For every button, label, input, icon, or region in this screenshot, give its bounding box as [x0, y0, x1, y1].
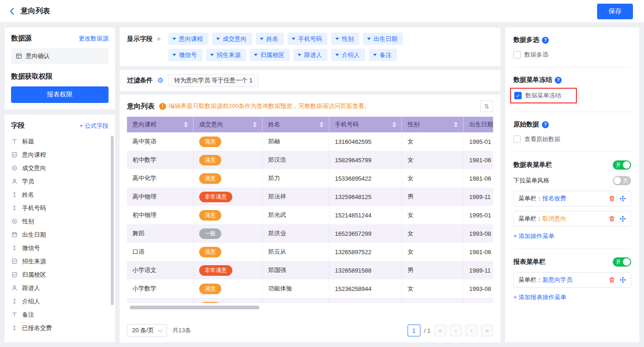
- preview-table-card: 意向列表 ! 编辑界面只取数据源前200条作为查询数据预览，完整数据请访问页面查…: [120, 95, 500, 342]
- last-page-button[interactable]: »: [481, 324, 493, 336]
- help-icon[interactable]: ?: [555, 77, 562, 84]
- add-report-menu-link[interactable]: + 添加报表操作菜单: [513, 293, 566, 301]
- report-menu-toggle[interactable]: 开: [613, 257, 631, 267]
- table-row[interactable]: 高中物理非常满意郑法祥13259648125男1989-11: [127, 188, 493, 206]
- table-cell: 1995-01: [464, 132, 493, 151]
- field-item[interactable]: 姓名: [11, 188, 109, 201]
- table-row[interactable]: 满意: [127, 298, 493, 303]
- page-size-select[interactable]: 20 条/页: [127, 324, 167, 337]
- menu-bar-item-value[interactable]: 新意向学员: [542, 276, 572, 283]
- menu-bar-item-value[interactable]: 取消意向: [542, 215, 566, 222]
- display-field-chip[interactable]: 招生来源: [206, 49, 246, 61]
- current-page-input[interactable]: 1: [408, 324, 420, 336]
- display-field-chip[interactable]: 意向课程: [168, 33, 208, 45]
- prev-page-button[interactable]: ‹: [450, 324, 462, 336]
- caret-down-icon: [335, 38, 339, 40]
- field-item[interactable]: 跟进人: [11, 281, 109, 295]
- back-button[interactable]: [9, 7, 14, 15]
- freeze-menu-checkbox[interactable]: ✓: [514, 92, 522, 99]
- display-field-chip[interactable]: 跟进人: [293, 49, 328, 61]
- change-datasource-link[interactable]: 更改数据源: [79, 34, 109, 43]
- dropdown-style-label: 下拉菜单风格: [513, 176, 549, 185]
- sort-arrows-icon[interactable]: [392, 122, 396, 127]
- table-sort-button[interactable]: ⇅: [480, 100, 493, 112]
- table-cell: 非常满意: [194, 261, 263, 279]
- table-cell: [402, 298, 464, 303]
- next-page-button[interactable]: ›: [466, 324, 477, 336]
- chip-label: 招生来源: [217, 51, 241, 59]
- table-row[interactable]: 初中物理满意郑光武15214851244女1995-01: [127, 206, 493, 224]
- field-item[interactable]: 归属校区: [11, 268, 109, 281]
- table-row[interactable]: 小学语文非常满意郑国强13265891588男1989-11: [127, 261, 493, 279]
- table-row[interactable]: 高中英语满意郑融13160462595女1995-01: [127, 132, 493, 151]
- sort-arrows-icon[interactable]: [184, 122, 188, 127]
- sort-arrows-icon[interactable]: [320, 122, 323, 127]
- field-item[interactable]: 介绍人: [11, 295, 109, 308]
- display-field-chip[interactable]: 手机号码: [288, 33, 328, 45]
- filter-settings-gear-icon[interactable]: ⚙: [157, 76, 163, 85]
- table-menu-toggle[interactable]: 开: [613, 160, 631, 170]
- add-display-field-button[interactable]: +: [156, 35, 161, 43]
- column-header[interactable]: 成交意向: [194, 117, 263, 132]
- move-icon[interactable]: [620, 277, 626, 283]
- menu-bar-item-label: 菜单栏：取消意向: [518, 215, 566, 223]
- multi-select-checkbox[interactable]: [513, 51, 521, 58]
- raw-data-option[interactable]: 查看原始数据: [513, 135, 631, 143]
- help-icon[interactable]: ?: [542, 37, 549, 44]
- filter-condition-chip[interactable]: 转为意向学员 等于任意一个 1: [168, 74, 258, 87]
- menu-bar-item: 菜单栏：报名收费: [513, 191, 631, 206]
- add-action-menu-link[interactable]: + 添加操作菜单: [513, 232, 554, 240]
- raw-data-checkbox[interactable]: [513, 136, 521, 143]
- field-item[interactable]: 招生来源: [11, 255, 109, 268]
- help-icon[interactable]: ?: [542, 121, 549, 128]
- horizontal-scrollbar-thumb[interactable]: [130, 306, 259, 309]
- column-header[interactable]: 性别: [402, 117, 464, 132]
- permission-title: 数据获取权限: [11, 72, 109, 81]
- display-field-chip[interactable]: 姓名: [256, 33, 284, 45]
- table-row[interactable]: 高中化学满意郑力15336895422女1981-06: [127, 169, 493, 188]
- table-row[interactable]: 口语满意郑云从13265897522女1981-06: [127, 243, 493, 261]
- column-header[interactable]: 姓名: [263, 117, 329, 132]
- field-item[interactable]: 手机号码: [11, 201, 109, 215]
- field-item[interactable]: 出生日期: [11, 228, 109, 241]
- report-permission-button[interactable]: 报表权限: [11, 86, 109, 103]
- column-header[interactable]: 手机号码: [329, 117, 402, 132]
- sort-arrows-icon[interactable]: [253, 122, 257, 127]
- field-item[interactable]: 标题: [11, 135, 109, 148]
- display-field-chip[interactable]: 备注: [369, 49, 397, 61]
- field-item[interactable]: 意向课程: [11, 148, 109, 161]
- menu-bar-item-value[interactable]: 报名收费: [542, 195, 566, 202]
- display-field-chip[interactable]: 出生日期: [363, 33, 403, 45]
- move-icon[interactable]: [620, 195, 626, 202]
- field-item[interactable]: 性别: [11, 215, 109, 228]
- display-field-chip[interactable]: 介绍人: [331, 49, 365, 61]
- table-cell: 满意: [194, 169, 263, 188]
- fields-scrollbar[interactable]: [111, 136, 114, 305]
- display-field-chip[interactable]: 成交意向: [212, 33, 252, 45]
- datasource-item[interactable]: 意向确认: [11, 48, 109, 64]
- add-formula-field-link[interactable]: + 公式字段: [80, 122, 109, 130]
- display-field-chip[interactable]: 性别: [331, 33, 359, 45]
- field-item[interactable]: 成交意向: [11, 161, 109, 175]
- table-cell: 高中英语: [127, 132, 194, 151]
- first-page-button[interactable]: «: [434, 324, 446, 336]
- field-item[interactable]: 微信号: [11, 241, 109, 255]
- field-item[interactable]: 学员: [11, 175, 109, 188]
- table-row[interactable]: 初中数学满意郑汉浩15829645799女1981-06: [127, 151, 493, 169]
- table-row[interactable]: 小学数学满意功能体验15236258944女1993-08: [127, 279, 493, 298]
- move-icon[interactable]: [620, 216, 626, 222]
- table-row[interactable]: 舞蹈一般郑洪业16523657299女1993-08: [127, 224, 493, 243]
- trash-icon[interactable]: [609, 216, 615, 222]
- trash-icon[interactable]: [609, 195, 615, 202]
- trash-icon[interactable]: [609, 277, 615, 283]
- column-header[interactable]: 意向课程: [127, 117, 194, 132]
- multi-select-option[interactable]: 数据多选: [513, 51, 631, 59]
- dropdown-style-toggle[interactable]: 关: [613, 176, 631, 185]
- display-field-chip[interactable]: 微信号: [168, 49, 202, 61]
- column-header[interactable]: 出生日期: [464, 117, 493, 132]
- save-button[interactable]: 保存: [597, 4, 633, 19]
- field-item[interactable]: 备注: [11, 308, 109, 321]
- sort-arrows-icon[interactable]: [454, 122, 458, 127]
- field-item[interactable]: 已报名交费: [11, 321, 109, 335]
- display-field-chip[interactable]: 归属校区: [250, 49, 290, 61]
